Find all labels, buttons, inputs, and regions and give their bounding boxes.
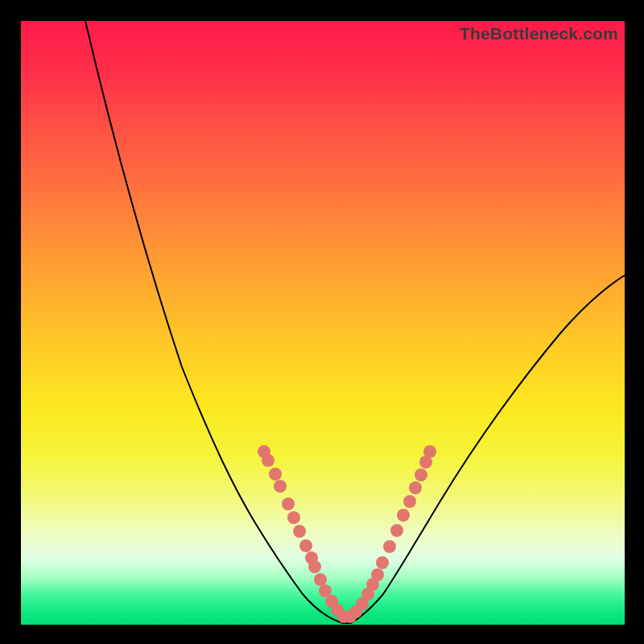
gradient-plot-area: TheBottleneck.com bbox=[21, 21, 625, 625]
marker-dot bbox=[397, 509, 410, 522]
marker-dot bbox=[299, 539, 312, 552]
right-arm-markers bbox=[344, 445, 436, 623]
marker-dot bbox=[409, 481, 422, 494]
marker-dot bbox=[308, 560, 321, 573]
marker-dot bbox=[314, 573, 327, 586]
marker-dot bbox=[274, 480, 287, 493]
marker-dot bbox=[262, 454, 275, 467]
marker-dot bbox=[423, 445, 436, 458]
marker-dot bbox=[287, 511, 300, 524]
marker-dot bbox=[376, 556, 389, 569]
watermark-text: TheBottleneck.com bbox=[460, 24, 618, 43]
marker-dot bbox=[403, 495, 416, 508]
marker-dot bbox=[282, 497, 295, 510]
marker-dot bbox=[269, 468, 282, 481]
marker-dot bbox=[293, 525, 306, 538]
marker-dot bbox=[415, 469, 427, 481]
marker-dot bbox=[390, 524, 403, 537]
marker-dot bbox=[371, 568, 384, 581]
curve-right bbox=[351, 275, 625, 623]
marker-dot bbox=[383, 540, 396, 553]
bottleneck-curve-plot bbox=[21, 21, 625, 625]
